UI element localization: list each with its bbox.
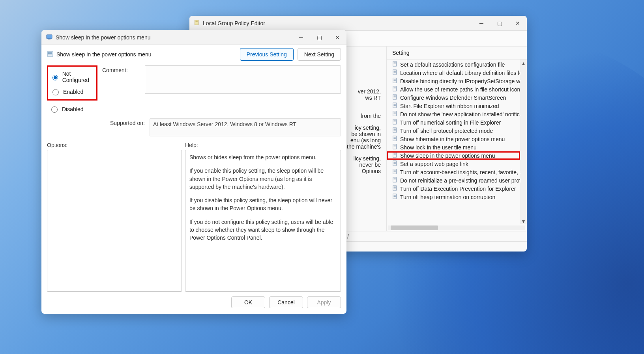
svg-rect-56	[394, 170, 396, 171]
policy-item-icon	[392, 185, 398, 192]
setting-item-label: Location where all default Library defin…	[400, 70, 520, 76]
svg-rect-65	[394, 187, 396, 188]
svg-rect-20	[394, 96, 396, 96]
policy-dialog: Show sleep in the power options menu ─ ▢…	[41, 30, 346, 314]
policy-item-icon	[392, 78, 398, 84]
setting-item[interactable]: Allow the use of remote paths in file sh…	[387, 85, 520, 93]
setting-item[interactable]: Show lock in the user tile menu	[387, 143, 520, 151]
svg-rect-61	[394, 179, 396, 179]
policy-name-label: Show sleep in the power options menu	[56, 51, 151, 58]
svg-rect-60	[394, 179, 396, 179]
svg-rect-2	[196, 21, 198, 22]
next-setting-button[interactable]: Next Setting	[298, 48, 341, 61]
scroll-down-icon[interactable]: ▾	[520, 218, 527, 224]
comment-label: Comment:	[102, 67, 140, 73]
policy-item-icon	[392, 94, 398, 101]
svg-rect-53	[394, 162, 396, 163]
setting-item-label: Start File Explorer with ribbon minimize…	[400, 103, 499, 109]
vertical-scrollbar[interactable]: ▴ ▾	[520, 60, 527, 224]
setting-list[interactable]: Set a default associations configuration…	[387, 60, 520, 224]
previous-setting-button[interactable]: Previous Setting	[240, 48, 294, 61]
options-header: Options:	[47, 142, 182, 148]
setting-item-label: Turn off account-based insights, recent,…	[400, 169, 520, 175]
svg-rect-13	[394, 80, 396, 80]
policy-item-icon	[392, 119, 398, 126]
svg-rect-49	[394, 154, 396, 155]
setting-item[interactable]: Do not reinitialize a pre-existing roame…	[387, 176, 520, 184]
svg-rect-54	[394, 163, 396, 164]
svg-rect-76	[48, 54, 52, 54]
svg-rect-72	[48, 39, 51, 39]
setting-item[interactable]: Show hibernate in the power options menu	[387, 135, 520, 143]
tab-fragment: /	[347, 233, 349, 240]
policy-item-icon	[392, 111, 398, 117]
setting-item[interactable]: Turn off Data Execution Prevention for E…	[387, 184, 520, 193]
setting-item[interactable]: Turn off heap termination on corruption	[387, 193, 520, 201]
svg-rect-62	[394, 180, 396, 180]
help-paragraph: Shows or hides sleep from the power opti…	[189, 153, 337, 161]
setting-item[interactable]: Disable binding directly to IPropertySet…	[387, 77, 520, 85]
policy-item-icon	[392, 69, 398, 76]
minimize-button[interactable]: ─	[472, 16, 490, 31]
setting-item[interactable]: Start File Explorer with ribbon minimize…	[387, 102, 520, 110]
setting-item[interactable]: Set a support web page link	[387, 160, 520, 168]
svg-rect-71	[47, 35, 52, 39]
setting-item[interactable]: Turn off account-based insights, recent,…	[387, 168, 520, 176]
svg-rect-29	[394, 113, 396, 113]
radio-disabled[interactable]: Disabled	[49, 103, 95, 115]
comment-textarea[interactable]	[145, 65, 341, 94]
svg-rect-24	[394, 104, 396, 104]
svg-rect-18	[394, 89, 396, 89]
policy-icon	[46, 34, 52, 41]
svg-rect-75	[48, 53, 52, 54]
radio-not-configured[interactable]: Not Configured	[51, 68, 94, 86]
setting-item-label: Set a default associations configuration…	[400, 61, 505, 68]
svg-rect-8	[394, 71, 396, 71]
gpedit-titlebar[interactable]: Local Group Policy Editor ─ ▢ ✕	[189, 16, 527, 31]
setting-item[interactable]: Turn off shell protocol protected mode	[387, 127, 520, 135]
svg-rect-26	[394, 105, 396, 106]
setting-item-label: Disable binding directly to IPropertySet…	[400, 78, 520, 84]
setting-item[interactable]: Set a default associations configuration…	[387, 60, 520, 69]
setting-item[interactable]: Show sleep in the power options menu	[387, 151, 520, 160]
radio-enabled[interactable]: Enabled	[51, 86, 94, 98]
maximize-button[interactable]: ▢	[490, 16, 509, 31]
svg-rect-36	[394, 129, 396, 129]
setting-item[interactable]: Configure Windows Defender SmartScreen	[387, 93, 520, 102]
radio-label: Not Configured	[62, 71, 94, 83]
policy-item-icon	[392, 152, 398, 159]
cancel-button[interactable]: Cancel	[269, 296, 303, 308]
svg-rect-10	[394, 72, 396, 73]
svg-rect-34	[394, 122, 396, 122]
setting-column-header[interactable]: Setting	[392, 50, 410, 56]
maximize-button[interactable]: ▢	[310, 30, 328, 45]
setting-item[interactable]: Turn off numerical sorting in File Explo…	[387, 118, 520, 127]
help-paragraph: If you do not configure this policy sett…	[189, 218, 337, 242]
minimize-button[interactable]: ─	[292, 30, 310, 45]
policy-dialog-title: Show sleep in the power options menu	[56, 34, 292, 41]
close-button[interactable]: ✕	[328, 30, 346, 45]
policy-item-icon	[392, 169, 398, 175]
svg-rect-16	[394, 88, 396, 88]
setting-item[interactable]: Do not show the 'new application install…	[387, 110, 520, 118]
policy-item-icon	[392, 194, 398, 200]
policy-item-icon	[392, 160, 398, 167]
scroll-up-icon[interactable]: ▴	[520, 60, 527, 66]
radio-label: Enabled	[63, 89, 83, 95]
policy-titlebar[interactable]: Show sleep in the power options menu ─ ▢…	[41, 30, 346, 45]
gpedit-title: Local Group Policy Editor	[203, 20, 472, 26]
svg-rect-44	[394, 145, 396, 146]
policy-item-icon	[392, 61, 398, 68]
supported-on-value: At least Windows Server 2012, Windows 8 …	[150, 118, 341, 136]
policy-list-icon	[47, 51, 53, 58]
apply-button[interactable]: Apply	[307, 296, 341, 308]
setting-item[interactable]: Location where all default Library defin…	[387, 69, 520, 77]
ok-button[interactable]: OK	[231, 296, 265, 308]
svg-rect-45	[394, 146, 396, 146]
horizontal-scrollbar[interactable]	[387, 224, 527, 231]
svg-rect-58	[394, 171, 396, 172]
svg-rect-66	[394, 188, 396, 188]
help-text[interactable]: Shows or hides sleep from the power opti…	[185, 150, 341, 292]
close-button[interactable]: ✕	[509, 16, 527, 31]
svg-rect-41	[394, 138, 396, 138]
